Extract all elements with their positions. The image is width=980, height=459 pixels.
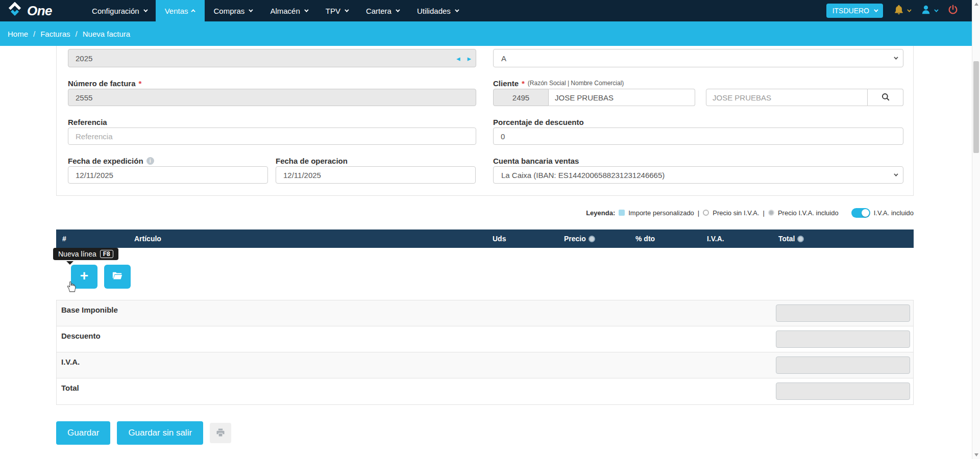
line-buttons: + (71, 265, 131, 289)
company-name: ITSDUERO (832, 7, 869, 15)
scrollbar-thumb[interactable] (973, 61, 979, 153)
fecha-expedicion-input[interactable] (68, 166, 268, 184)
descuento-input[interactable] (493, 128, 903, 145)
referencia-input[interactable] (68, 128, 476, 145)
descuento-value (776, 330, 910, 348)
total-row-total: Total (57, 378, 913, 404)
top-navbar: One Configuración Ventas Compras Almacén… (0, 0, 972, 21)
menu-label: Cartera (366, 7, 391, 15)
folder-open-icon (112, 270, 123, 283)
precio-mode-icon (589, 236, 595, 242)
breadcrumb-home[interactable]: Home (8, 30, 28, 38)
iva-incluido-toggle[interactable] (851, 208, 870, 218)
scroll-down-arrow[interactable] (974, 453, 978, 456)
descuento-field: Porcentaje de descuento (493, 116, 903, 145)
total-row-label: Descuento (61, 332, 101, 340)
referencia-label: Referencia (68, 118, 107, 126)
main-menu: Configuración Ventas Compras Almacén TPV… (83, 0, 467, 21)
menu-configuracion[interactable]: Configuración (83, 0, 156, 21)
col-dto: % dto (635, 235, 707, 243)
menu-tpv[interactable]: TPV (316, 0, 357, 21)
precio-sin-iva-icon (703, 210, 709, 216)
cliente-razon-social-input[interactable] (549, 89, 695, 106)
chevron-down-icon (304, 8, 308, 12)
cliente-field: Cliente * (Razón Social | Nombre Comerci… (493, 78, 903, 106)
cliente-search-button[interactable] (868, 89, 903, 106)
chevron-down-icon (455, 8, 459, 12)
legend-divider: | (763, 209, 765, 217)
chevron-down-icon (934, 8, 938, 12)
ejercicio-next-button[interactable]: ▸ (467, 55, 471, 62)
serie-select[interactable]: A (493, 49, 903, 67)
col-iva: I.V.A. (707, 235, 778, 243)
chevron-down-icon (874, 8, 878, 12)
required-asterisk: * (522, 79, 525, 88)
user-icon (920, 4, 932, 17)
form-right-column: A Cliente * (Razón Social | Nombre Comer… (493, 49, 903, 195)
required-asterisk: * (139, 79, 142, 88)
notifications-menu[interactable] (893, 4, 910, 17)
brand-name: One (27, 3, 52, 19)
logout-button[interactable] (947, 4, 959, 17)
save-button[interactable]: Guardar (56, 421, 110, 445)
cliente-label: Cliente (493, 79, 519, 88)
total-mode-icon (797, 236, 804, 242)
breadcrumb-facturas[interactable]: Facturas (40, 30, 70, 38)
menu-label: TPV (326, 7, 340, 15)
user-menu[interactable] (920, 4, 937, 17)
cuenta-bancaria-field: Cuenta bancaria ventas La Caixa (IBAN: E… (493, 155, 903, 184)
cliente-sublabel: (Razón Social | Nombre Comercial) (528, 80, 624, 87)
referencia-field: Referencia (68, 116, 476, 145)
save-without-exit-button[interactable]: Guardar sin salir (117, 421, 203, 445)
tooltip-text: Nueva línea (58, 250, 96, 258)
legend-title: Leyenda: (586, 209, 615, 217)
nueva-linea-tooltip: Nueva línea F8 (53, 248, 118, 260)
cuenta-selected-value: La Caixa (IBAN: ES1442006588231231246665… (501, 171, 665, 180)
info-icon: i (146, 157, 154, 165)
menu-ventas[interactable]: Ventas (156, 0, 205, 21)
col-total: Total (778, 235, 850, 243)
col-num: # (56, 235, 134, 243)
scroll-up-arrow[interactable] (974, 3, 978, 6)
cliente-nombre-comercial-input[interactable] (706, 89, 868, 106)
vertical-scrollbar[interactable] (972, 0, 980, 459)
invoice-form-page: ◂ ▸ Número de factura * Referencia Fecha (0, 46, 972, 459)
invoice-header-panel: ◂ ▸ Número de factura * Referencia Fecha (56, 46, 914, 196)
chevron-down-icon (894, 55, 898, 59)
chevron-up-icon (191, 9, 195, 13)
power-icon (947, 4, 959, 17)
form-actions: Guardar Guardar sin salir (56, 421, 231, 445)
ejercicio-input (68, 49, 476, 67)
chevron-down-icon (907, 8, 911, 12)
menu-compras[interactable]: Compras (205, 0, 261, 21)
col-uds: Uds (493, 235, 564, 243)
plus-icon: + (80, 269, 88, 283)
app-logo[interactable]: One (0, 0, 63, 21)
iva-value (776, 356, 910, 374)
chevron-down-icon (143, 8, 148, 12)
col-articulo: Artículo (134, 235, 493, 243)
fecha-operacion-input[interactable] (276, 166, 476, 184)
cuenta-bancaria-label: Cuenta bancaria ventas (493, 157, 579, 165)
menu-cartera[interactable]: Cartera (357, 0, 408, 21)
dates-row: Fecha de expedición i Fecha de operacion (68, 145, 476, 184)
menu-label: Utilidades (417, 7, 451, 15)
breadcrumb-current: Nueva factura (83, 30, 130, 38)
total-row-base: Base Imponible (57, 300, 913, 326)
ejercicio-prev-button[interactable]: ◂ (456, 55, 460, 62)
bell-icon (893, 4, 904, 17)
print-button[interactable] (210, 423, 231, 443)
base-imponible-value (776, 304, 910, 322)
precio-iva-incluido-icon (768, 210, 774, 216)
chevron-down-icon (345, 8, 349, 12)
company-selector-button[interactable]: ITSDUERO (826, 4, 883, 18)
ejercicio-field: ◂ ▸ (68, 49, 476, 67)
lines-table-header: # Artículo Uds Precio % dto I.V.A. Total (56, 230, 914, 248)
legend-divider: | (698, 209, 699, 217)
menu-almacen[interactable]: Almacén (261, 0, 316, 21)
menu-utilidades[interactable]: Utilidades (408, 0, 467, 21)
totals-section: Base Imponible Descuento I.V.A. Total (56, 300, 914, 405)
cuenta-bancaria-select[interactable]: La Caixa (IBAN: ES1442006588231231246665… (493, 166, 903, 184)
fecha-expedicion-field: Fecha de expedición i (68, 145, 268, 184)
open-lines-button[interactable] (104, 265, 131, 289)
